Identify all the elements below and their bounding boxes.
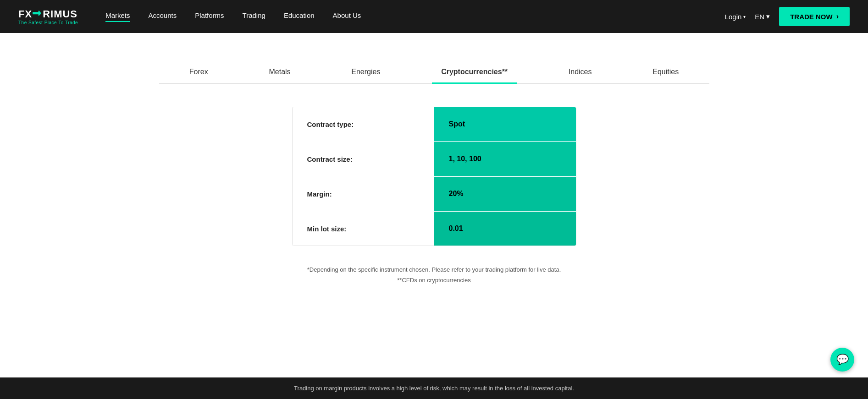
navbar: FX⮕RIMUS The Safest Place To Trade Marke… [0, 0, 868, 33]
footnote-line1: *Depending on the specific instrument ch… [307, 264, 561, 275]
table-row: Margin: 20% [293, 177, 576, 212]
min-lot-label: Min lot size: [293, 212, 434, 246]
margin-label: Margin: [293, 177, 434, 211]
table-row: Min lot size: 0.01 [293, 212, 576, 246]
table-row: Contract size: 1, 10, 100 [293, 142, 576, 177]
nav-trading[interactable]: Trading [243, 11, 265, 22]
table-row: Contract type: Spot [293, 107, 576, 142]
nav-right: Login ▾ EN ▾ TRADE NOW › [725, 7, 850, 26]
logo[interactable]: FX⮕RIMUS The Safest Place To Trade [18, 8, 78, 25]
login-label: Login [725, 13, 742, 21]
language-label: EN [755, 13, 764, 21]
contract-type-label: Contract type: [293, 107, 434, 142]
logo-fx: FX [18, 8, 32, 20]
nav-about-us[interactable]: About Us [333, 11, 361, 22]
contract-size-label: Contract size: [293, 142, 434, 176]
tab-metals[interactable]: Metals [260, 60, 299, 83]
margin-value: 20% [434, 177, 576, 211]
chat-icon: 💬 [836, 354, 849, 366]
logo-tagline: The Safest Place To Trade [18, 20, 78, 25]
nav-markets[interactable]: Markets [105, 11, 130, 22]
logo-arrow: ⮕ [32, 8, 43, 20]
nav-accounts[interactable]: Accounts [149, 11, 177, 22]
nav-links: Markets Accounts Platforms Trading Educa… [105, 11, 724, 22]
tabs-container: Forex Metals Energies Cryptocurrencies**… [159, 60, 709, 84]
tab-cryptocurrencies[interactable]: Cryptocurrencies** [432, 60, 517, 83]
footnote: *Depending on the specific instrument ch… [307, 264, 561, 286]
logo-text: FX⮕RIMUS [18, 8, 78, 20]
contract-type-value: Spot [434, 107, 576, 142]
tab-equities[interactable]: Equities [643, 60, 688, 83]
info-table: Contract type: Spot Contract size: 1, 10… [292, 107, 576, 246]
logo-rimus: RIMUS [43, 8, 77, 20]
login-button[interactable]: Login ▾ [725, 13, 746, 21]
tab-forex[interactable]: Forex [180, 60, 217, 83]
login-chevron-icon: ▾ [743, 14, 746, 19]
footer: Trading on margin products involves a hi… [0, 377, 868, 399]
nav-platforms[interactable]: Platforms [195, 11, 224, 22]
tab-energies[interactable]: Energies [342, 60, 389, 83]
lang-chevron-icon: ▾ [766, 12, 770, 21]
main-content: Forex Metals Energies Cryptocurrencies**… [0, 33, 868, 377]
footnote-line2: **CFDs on cryptocurrencies [307, 275, 561, 285]
trade-now-label: TRADE NOW [790, 13, 833, 21]
min-lot-value: 0.01 [434, 212, 576, 246]
contract-size-value: 1, 10, 100 [434, 142, 576, 176]
footer-text: Trading on margin products involves a hi… [294, 385, 574, 392]
language-button[interactable]: EN ▾ [755, 12, 770, 21]
nav-education[interactable]: Education [284, 11, 315, 22]
trade-now-arrow-icon: › [836, 12, 839, 21]
chat-button[interactable]: 💬 [830, 348, 854, 372]
tab-indices[interactable]: Indices [559, 60, 601, 83]
trade-now-button[interactable]: TRADE NOW › [779, 7, 850, 26]
